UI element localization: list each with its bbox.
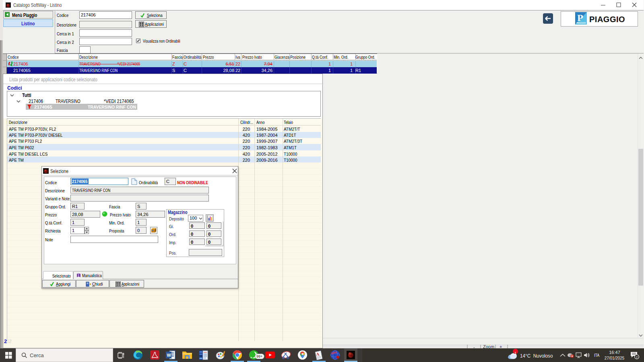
svg-text:7: 7	[636, 356, 638, 359]
svg-text:W: W	[167, 353, 171, 358]
svg-text:PIAGGIO: PIAGGIO	[576, 22, 586, 24]
